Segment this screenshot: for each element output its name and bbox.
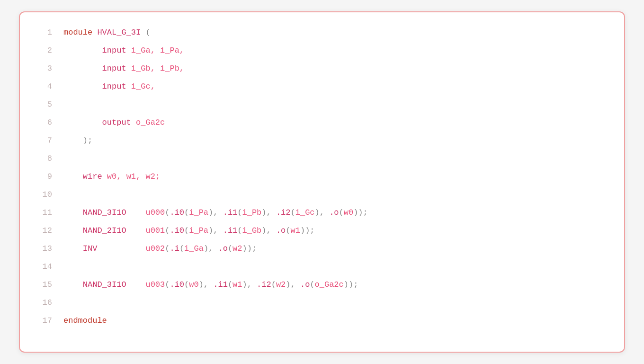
line-number: 8 xyxy=(35,150,52,168)
code-line: 7 ); xyxy=(35,132,609,150)
code-viewer: 1module HVAL_G_3I (2 input i_Ga, i_Pa,3 … xyxy=(19,11,625,353)
line-number: 15 xyxy=(35,276,52,294)
code-line: 16 xyxy=(35,294,609,312)
code-text: output o_Ga2c xyxy=(63,114,165,132)
code-text: module HVAL_G_3I ( xyxy=(63,24,151,42)
line-number: 6 xyxy=(35,114,52,132)
code-text: input i_Gb, i_Pb, xyxy=(63,60,184,78)
line-number: 17 xyxy=(35,312,52,330)
code-line: 2 input i_Ga, i_Pa, xyxy=(35,42,609,60)
code-line: 13 INV u002(.i(i_Ga), .o(w2)); xyxy=(35,240,609,258)
code-line: 14 xyxy=(35,258,609,276)
code-line: 1module HVAL_G_3I ( xyxy=(35,24,609,42)
code-line: 11 NAND_3I1O u000(.i0(i_Pa), .i1(i_Pb), … xyxy=(35,204,609,222)
line-number: 2 xyxy=(35,42,52,60)
code-text xyxy=(63,294,68,312)
code-text: INV u002(.i(i_Ga), .o(w2)); xyxy=(63,240,257,258)
code-text xyxy=(63,186,68,204)
line-number: 16 xyxy=(35,294,52,312)
code-text xyxy=(63,96,68,114)
code-line: 9 wire w0, w1, w2; xyxy=(35,168,609,186)
code-line: 3 input i_Gb, i_Pb, xyxy=(35,60,609,78)
code-line: 4 input i_Gc, xyxy=(35,78,609,96)
code-text xyxy=(63,150,68,168)
line-number: 11 xyxy=(35,204,52,222)
code-line: 15 NAND_3I1O u003(.i0(w0), .i1(w1), .i2(… xyxy=(35,276,609,294)
code-line: 5 xyxy=(35,96,609,114)
code-text: endmodule xyxy=(63,312,107,330)
code-text: input i_Gc, xyxy=(63,78,155,96)
line-number: 10 xyxy=(35,186,52,204)
line-number: 7 xyxy=(35,132,52,150)
line-number: 4 xyxy=(35,78,52,96)
code-text xyxy=(63,258,68,276)
code-text: ); xyxy=(63,132,92,150)
code-line: 12 NAND_2I1O u001(.i0(i_Pa), .i1(i_Gb), … xyxy=(35,222,609,240)
line-number: 14 xyxy=(35,258,52,276)
line-number: 5 xyxy=(35,96,52,114)
line-number: 13 xyxy=(35,240,52,258)
code-text: NAND_2I1O u001(.i0(i_Pa), .i1(i_Gb), .o(… xyxy=(63,222,315,240)
line-number: 9 xyxy=(35,168,52,186)
code-text: NAND_3I1O u003(.i0(w0), .i1(w1), .i2(w2)… xyxy=(63,276,358,294)
code-line: 10 xyxy=(35,186,609,204)
code-text: wire w0, w1, w2; xyxy=(63,168,160,186)
code-text: input i_Ga, i_Pa, xyxy=(63,42,184,60)
code-line: 17endmodule xyxy=(35,312,609,330)
code-text: NAND_3I1O u000(.i0(i_Pa), .i1(i_Pb), .i2… xyxy=(63,204,368,222)
code-line: 8 xyxy=(35,150,609,168)
code-line: 6 output o_Ga2c xyxy=(35,114,609,132)
line-number: 3 xyxy=(35,60,52,78)
line-number: 1 xyxy=(35,24,52,42)
line-number: 12 xyxy=(35,222,52,240)
code-block: 1module HVAL_G_3I (2 input i_Ga, i_Pa,3 … xyxy=(35,24,609,330)
